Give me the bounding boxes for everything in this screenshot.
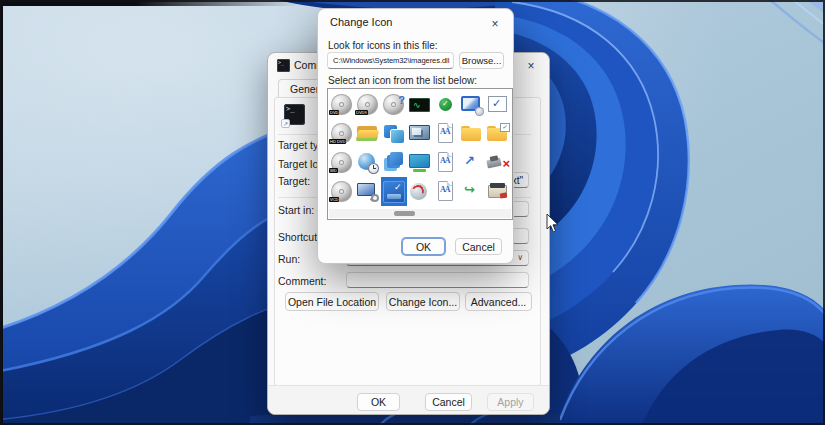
change-icon-close-button[interactable]: ×: [485, 14, 505, 34]
select-icon-label: Select an icon from the list below:: [328, 75, 477, 86]
properties-ok-button[interactable]: OK: [357, 393, 400, 411]
change-icon-titlebar[interactable]: Change Icon ×: [318, 9, 513, 33]
icon-cell-shortcut-arrow-blue-icon[interactable]: ↗: [459, 148, 485, 177]
hd-dvd-disc-icon: HD DVD: [331, 123, 353, 145]
look-for-icons-label: Look for icons in this file:: [328, 40, 438, 51]
fax-icon: [487, 181, 509, 203]
icon-cell-shortcut-arrow-green-icon[interactable]: ↪: [459, 177, 485, 206]
globe-clock-icon: [357, 152, 379, 174]
monitor-icon: [409, 152, 431, 174]
run-label: Run:: [278, 253, 300, 265]
icon-cell-open-folder-icon[interactable]: [355, 119, 381, 148]
icon-cell-remove-device-icon[interactable]: ×: [485, 148, 511, 177]
folder-check-icon: [487, 123, 509, 145]
icon-cell-monitor-icon[interactable]: [407, 148, 433, 177]
font-file-icon-2: AA: [435, 152, 457, 174]
change-icon-cancel-button[interactable]: Cancel: [455, 238, 502, 255]
start-in-label: Start in:: [278, 204, 314, 216]
monitor-check-icon: ✓: [383, 181, 405, 203]
open-file-location-button[interactable]: Open File Location: [285, 292, 379, 311]
icon-cell-globe-icon[interactable]: [407, 177, 433, 206]
folder-icon: [461, 123, 483, 145]
icon-cell-monitor-check-icon[interactable]: ✓: [381, 177, 407, 206]
green-check-circle-icon: ✓: [435, 94, 457, 116]
display-personalization-icon: [461, 94, 483, 116]
icon-cell-stacked-frames-icon[interactable]: [381, 148, 407, 177]
icon-cell-cd-question-icon[interactable]: ?: [381, 90, 407, 119]
icon-cell-fax-icon[interactable]: [485, 177, 511, 206]
font-file-icon-3: AA: [435, 181, 457, 203]
change-icon-title: Change Icon: [330, 16, 392, 28]
hscrollbar-thumb[interactable]: [394, 211, 415, 216]
icon-cell-font-file-icon[interactable]: AA: [433, 119, 459, 148]
command-prompt-icon-small: >_: [277, 59, 290, 72]
network-sync-icon: [383, 123, 405, 145]
icon-cell-vcd-disc-icon[interactable]: VCD: [329, 177, 355, 206]
performance-monitor-icon: ∿: [409, 94, 431, 116]
icon-grid-hscrollbar[interactable]: [329, 209, 511, 218]
change-icon-ok-button[interactable]: OK: [402, 238, 445, 255]
browse-button[interactable]: Browse...: [459, 52, 504, 69]
dvd9-disc-icon: DVD9: [357, 94, 379, 116]
properties-close-button[interactable]: ×: [521, 56, 541, 76]
screensaver-icon: [409, 123, 431, 145]
vcd-disc-icon: VCD: [331, 181, 353, 203]
icon-grid[interactable]: DVDDVD9?∿✓✓HD DVDAAWDAA↗×VCD✓AA↪: [327, 88, 513, 220]
properties-cancel-button[interactable]: Cancel: [425, 393, 472, 411]
chevron-down-icon: ∨: [517, 253, 523, 262]
icon-cell-blue-checkmark-icon[interactable]: ✓: [485, 90, 511, 119]
shortcut-arrow-blue-icon: ↗: [461, 152, 483, 174]
icon-cell-folder-check-icon[interactable]: [485, 119, 511, 148]
wd-disc-icon: WD: [331, 152, 353, 174]
change-icon-button[interactable]: Change Icon...: [386, 292, 460, 311]
icon-file-path-input[interactable]: C:\Windows\System32\imageres.dll: [327, 52, 454, 69]
icon-cell-network-sync-icon[interactable]: [381, 119, 407, 148]
icon-cell-font-file-icon-3[interactable]: AA: [433, 177, 459, 206]
icon-cell-search-computer-icon[interactable]: [355, 177, 381, 206]
desktop: >_ Command Prompt Properties × General >…: [0, 0, 825, 425]
icon-cell-display-personalization-icon[interactable]: [459, 90, 485, 119]
font-file-icon: AA: [435, 123, 457, 145]
icon-cell-font-file-icon-2[interactable]: AA: [433, 148, 459, 177]
icon-cell-wd-disc-icon[interactable]: WD: [329, 148, 355, 177]
icon-cell-hd-dvd-disc-icon[interactable]: HD DVD: [329, 119, 355, 148]
target-label: Target:: [278, 175, 310, 187]
shortcut-arrow-overlay-icon: ↗: [281, 119, 290, 128]
icon-cell-folder-icon[interactable]: [459, 119, 485, 148]
comment-label: Comment:: [278, 275, 326, 287]
search-computer-icon: [357, 181, 379, 203]
blue-checkmark-icon: ✓: [487, 94, 509, 116]
comment-input[interactable]: [346, 272, 529, 288]
cd-question-icon: ?: [383, 94, 405, 116]
icon-cell-globe-clock-icon[interactable]: [355, 148, 381, 177]
change-icon-dialog: Change Icon × Look for icons in this fil…: [317, 8, 514, 264]
dvd-disc-icon: DVD: [331, 94, 353, 116]
icon-cell-screensaver-icon[interactable]: [407, 119, 433, 148]
properties-apply-button[interactable]: Apply: [487, 393, 534, 411]
screenshot-edge-left: [0, 0, 3, 425]
advanced-button[interactable]: Advanced...: [465, 292, 532, 311]
icon-cell-performance-monitor-icon[interactable]: ∿: [407, 90, 433, 119]
shortcut-arrow-green-icon: ↪: [461, 181, 483, 203]
stacked-frames-icon: [383, 152, 405, 174]
remove-device-icon: ×: [487, 152, 509, 174]
globe-icon: [409, 181, 431, 203]
open-folder-icon: [357, 123, 379, 145]
icon-cell-dvd9-disc-icon[interactable]: DVD9: [355, 90, 381, 119]
icon-cell-dvd-disc-icon[interactable]: DVD: [329, 90, 355, 119]
screenshot-edge-top: [0, 0, 300, 6]
shortcut-icon: >_ ↗: [284, 104, 305, 125]
icon-cell-green-check-circle-icon[interactable]: ✓: [433, 90, 459, 119]
